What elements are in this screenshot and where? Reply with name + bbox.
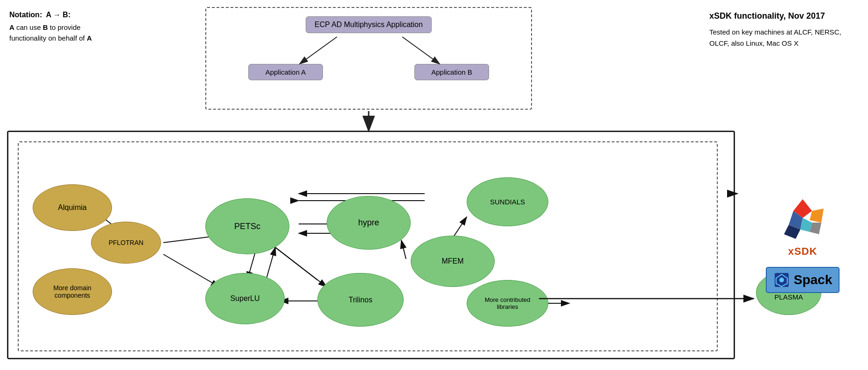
svg-line-9 <box>163 254 219 287</box>
notation-box: Notation: A → B: A can use B to providef… <box>9 9 140 43</box>
more-contributed-node: More contributed libraries <box>467 280 548 327</box>
svg-line-13 <box>266 247 275 280</box>
ecp-node: ECP AD Multiphysics Application <box>306 16 432 33</box>
svg-line-1 <box>300 37 337 64</box>
alquimia-node: Alquimia <box>33 184 112 231</box>
spack-logo: Spack <box>766 267 840 293</box>
svg-line-14 <box>275 247 327 287</box>
xsdk-info: xSDK functionality, Nov 2017 Tested on k… <box>709 9 859 49</box>
spack-icon-svg <box>773 272 790 288</box>
petsc-node: PETSc <box>205 198 289 254</box>
inner-dashed-box: Alquimia PFLOTRAN More domain components… <box>18 141 718 351</box>
pflotran-node: PFLOTRAN <box>91 222 161 264</box>
trilinos-node: Trilinos <box>317 273 404 327</box>
xsdk-text: xSDK <box>775 245 831 258</box>
xsdk-logo-svg <box>775 197 831 244</box>
app-b-node: Application B <box>414 64 489 80</box>
xsdk-desc: Tested on key machines at ALCF, NERSC, O… <box>709 27 859 49</box>
superlu-node: SuperLU <box>205 273 285 324</box>
notation-line2: A can use B to providefunctionality on b… <box>9 22 140 43</box>
main-diagram-box: Alquimia PFLOTRAN More domain components… <box>7 131 735 359</box>
more-domain-node: More domain components <box>33 268 112 315</box>
xsdk-logo: xSDK <box>775 197 831 258</box>
svg-line-2 <box>402 37 440 64</box>
notation-line1: Notation: A → B: <box>9 9 140 21</box>
logos-area: xSDK Spack <box>742 131 863 359</box>
hypre-node: hypre <box>327 196 411 250</box>
xsdk-title: xSDK functionality, Nov 2017 <box>709 9 859 23</box>
svg-line-20 <box>401 240 406 259</box>
mfem-node: MFEM <box>411 236 495 287</box>
app-a-node: Application A <box>248 64 323 80</box>
top-diagram-box: ECP AD Multiphysics Application Applicat… <box>205 7 532 110</box>
sundials-node: SUNDIALS <box>467 177 548 226</box>
spack-label: Spack <box>794 272 833 287</box>
svg-point-31 <box>779 278 784 282</box>
